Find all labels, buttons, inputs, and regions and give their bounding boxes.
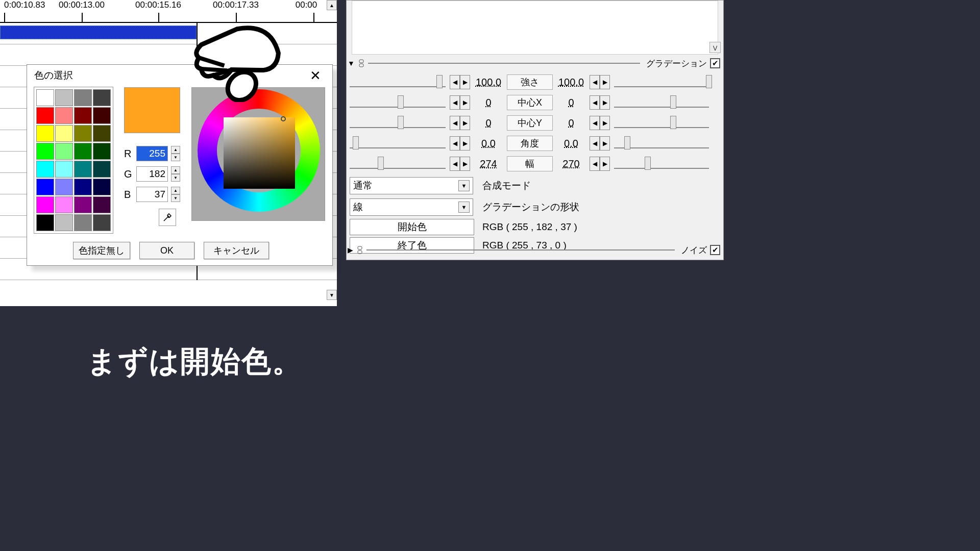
scroll-down-icon[interactable]: ▼: [327, 290, 337, 300]
color-swatch[interactable]: [93, 125, 111, 142]
section-noise-header[interactable]: ▶ ノイズ ✔: [348, 244, 720, 256]
step-right-icon[interactable]: ▶: [460, 157, 470, 171]
param-value-right[interactable]: 0: [557, 97, 585, 109]
color-swatch[interactable]: [93, 161, 111, 178]
step-right-icon[interactable]: ▶: [460, 116, 470, 130]
scroll-up-icon[interactable]: ▲: [327, 0, 337, 10]
param-value-left[interactable]: 100.0: [474, 77, 503, 88]
no-color-button[interactable]: 色指定無し: [73, 242, 130, 259]
color-swatch[interactable]: [55, 179, 73, 195]
slider[interactable]: [614, 118, 709, 128]
color-swatch[interactable]: [55, 89, 73, 106]
color-swatch[interactable]: [36, 214, 54, 231]
step-left-icon[interactable]: ◀: [450, 136, 460, 151]
color-swatch[interactable]: [74, 143, 92, 160]
param-value-left[interactable]: 274: [474, 158, 503, 170]
param-value-right[interactable]: 0.0: [557, 138, 585, 149]
step-left-icon[interactable]: ◀: [450, 157, 460, 171]
step-right-icon[interactable]: ▶: [600, 95, 610, 110]
param-value-left[interactable]: 0.0: [474, 138, 503, 149]
r-down[interactable]: ▼: [171, 154, 180, 161]
step-left-icon[interactable]: ◀: [450, 116, 460, 130]
color-swatch[interactable]: [55, 161, 73, 178]
color-swatch[interactable]: [55, 196, 73, 213]
color-swatch[interactable]: [36, 143, 54, 160]
color-swatch[interactable]: [36, 107, 54, 124]
color-swatch[interactable]: [36, 196, 54, 213]
chain-icon[interactable]: [356, 246, 363, 254]
blend-mode-select[interactable]: 通常▼: [350, 177, 473, 194]
color-swatch[interactable]: [74, 179, 92, 195]
color-swatch[interactable]: [74, 196, 92, 213]
color-swatch[interactable]: [55, 143, 73, 160]
slider[interactable]: [350, 138, 446, 148]
step-right-icon[interactable]: ▶: [600, 157, 610, 171]
timeline-clip[interactable]: [0, 26, 197, 39]
g-down[interactable]: ▼: [171, 174, 180, 182]
b-down[interactable]: ▼: [171, 194, 180, 202]
section-gradient-header[interactable]: ▼ グラデーション ✔: [348, 58, 720, 69]
color-swatch[interactable]: [74, 89, 92, 106]
step-left-icon[interactable]: ◀: [590, 136, 600, 151]
step-left-icon[interactable]: ◀: [450, 75, 460, 89]
color-swatch[interactable]: [93, 143, 111, 160]
g-input[interactable]: [136, 166, 168, 182]
slider[interactable]: [350, 118, 446, 128]
r-input[interactable]: [136, 146, 168, 161]
slider[interactable]: [614, 159, 709, 169]
b-input[interactable]: [136, 187, 168, 202]
ok-button[interactable]: OK: [139, 242, 194, 259]
noise-enable-checkbox[interactable]: ✔: [710, 245, 720, 255]
start-color-button[interactable]: 開始色: [350, 219, 474, 235]
param-value-left[interactable]: 0: [474, 97, 503, 109]
expand-icon[interactable]: ▶: [348, 246, 353, 254]
param-value-right[interactable]: 100.0: [557, 77, 585, 88]
close-icon[interactable]: ✕: [306, 68, 325, 84]
b-up[interactable]: ▲: [171, 187, 180, 194]
gradient-enable-checkbox[interactable]: ✔: [710, 58, 720, 68]
step-left-icon[interactable]: ◀: [450, 95, 460, 110]
cancel-button[interactable]: キャンセル: [204, 242, 269, 259]
color-swatch[interactable]: [74, 214, 92, 231]
slider[interactable]: [614, 97, 709, 108]
color-swatch[interactable]: [93, 214, 111, 231]
g-up[interactable]: ▲: [171, 166, 180, 174]
color-swatch[interactable]: [93, 179, 111, 195]
color-swatch[interactable]: [55, 125, 73, 142]
color-swatch[interactable]: [36, 161, 54, 178]
slider[interactable]: [614, 138, 709, 148]
step-right-icon[interactable]: ▶: [460, 136, 470, 151]
color-swatch[interactable]: [36, 89, 54, 106]
color-swatch[interactable]: [55, 214, 73, 231]
param-value-left[interactable]: 0: [474, 117, 503, 129]
step-right-icon[interactable]: ▶: [600, 116, 610, 130]
slider[interactable]: [350, 97, 446, 108]
r-up[interactable]: ▲: [171, 146, 180, 154]
color-swatch[interactable]: [36, 125, 54, 142]
color-swatch[interactable]: [93, 196, 111, 213]
chain-icon[interactable]: [358, 59, 365, 67]
shape-select[interactable]: 線▼: [350, 198, 473, 216]
color-swatch[interactable]: [74, 125, 92, 142]
color-swatch[interactable]: [74, 161, 92, 178]
color-wheel[interactable]: [191, 87, 325, 221]
color-swatch[interactable]: [93, 107, 111, 124]
step-left-icon[interactable]: ◀: [590, 116, 600, 130]
slider[interactable]: [350, 159, 446, 169]
param-value-right[interactable]: 0: [557, 117, 585, 129]
eyedropper-icon[interactable]: [159, 209, 176, 226]
step-left-icon[interactable]: ◀: [590, 95, 600, 110]
step-left-icon[interactable]: ◀: [590, 75, 600, 89]
color-swatch[interactable]: [55, 107, 73, 124]
collapse-icon[interactable]: ▼: [348, 59, 355, 67]
slider[interactable]: [614, 77, 709, 87]
param-value-right[interactable]: 270: [557, 158, 585, 170]
step-right-icon[interactable]: ▶: [600, 136, 610, 151]
vscroll-thumb-icon[interactable]: ⋁: [709, 42, 721, 53]
color-swatch[interactable]: [74, 107, 92, 124]
step-left-icon[interactable]: ◀: [590, 157, 600, 171]
step-right-icon[interactable]: ▶: [460, 95, 470, 110]
step-right-icon[interactable]: ▶: [600, 75, 610, 89]
step-right-icon[interactable]: ▶: [460, 75, 470, 89]
slider[interactable]: [350, 77, 446, 87]
